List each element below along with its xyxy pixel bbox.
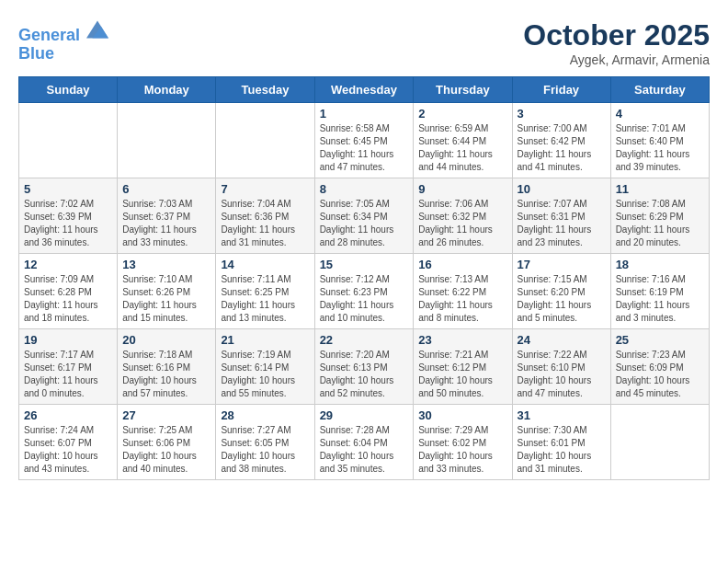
- day-number: 19: [24, 333, 112, 347]
- calendar-cell: 25Sunrise: 7:23 AM Sunset: 6:09 PM Dayli…: [610, 329, 709, 405]
- location-subtitle: Aygek, Armavir, Armenia: [523, 52, 710, 67]
- day-info: Sunrise: 7:21 AM Sunset: 6:12 PM Dayligh…: [418, 349, 506, 400]
- day-number: 27: [122, 408, 210, 422]
- calendar-cell: 30Sunrise: 7:29 AM Sunset: 6:02 PM Dayli…: [414, 405, 512, 480]
- day-info: Sunrise: 7:11 AM Sunset: 6:25 PM Dayligh…: [221, 273, 309, 325]
- day-number: 1: [320, 107, 409, 121]
- day-info: Sunrise: 7:24 AM Sunset: 6:07 PM Dayligh…: [24, 424, 112, 476]
- day-info: Sunrise: 7:23 AM Sunset: 6:09 PM Dayligh…: [616, 349, 704, 400]
- day-info: Sunrise: 7:30 AM Sunset: 6:01 PM Dayligh…: [518, 424, 606, 476]
- calendar-table: SundayMondayTuesdayWednesdayThursdayFrid…: [18, 76, 710, 480]
- calendar-cell: 5Sunrise: 7:02 AM Sunset: 6:39 PM Daylig…: [19, 178, 118, 254]
- day-info: Sunrise: 7:04 AM Sunset: 6:36 PM Dayligh…: [221, 198, 309, 249]
- day-info: Sunrise: 7:20 AM Sunset: 6:13 PM Dayligh…: [320, 349, 409, 400]
- day-number: 7: [221, 182, 309, 196]
- calendar-cell: 22Sunrise: 7:20 AM Sunset: 6:13 PM Dayli…: [314, 329, 414, 405]
- calendar-cell: 3Sunrise: 7:00 AM Sunset: 6:42 PM Daylig…: [512, 103, 610, 178]
- calendar-cell: [216, 103, 314, 178]
- calendar-cell: 31Sunrise: 7:30 AM Sunset: 6:01 PM Dayli…: [512, 405, 610, 480]
- day-number: 26: [24, 408, 112, 422]
- week-row-4: 19Sunrise: 7:17 AM Sunset: 6:17 PM Dayli…: [19, 329, 710, 405]
- day-info: Sunrise: 7:29 AM Sunset: 6:02 PM Dayligh…: [418, 424, 506, 476]
- logo-text: General Blue: [18, 18, 108, 63]
- day-info: Sunrise: 7:05 AM Sunset: 6:34 PM Dayligh…: [320, 198, 409, 249]
- calendar-cell: 8Sunrise: 7:05 AM Sunset: 6:34 PM Daylig…: [314, 178, 414, 254]
- day-number: 28: [221, 408, 309, 422]
- day-number: 23: [418, 333, 506, 347]
- day-number: 24: [518, 333, 606, 347]
- page-header: General Blue October 2025 Aygek, Armavir…: [18, 18, 710, 67]
- day-number: 29: [320, 408, 409, 422]
- logo: General Blue: [18, 18, 108, 63]
- day-header-sunday: Sunday: [19, 77, 118, 103]
- week-row-5: 26Sunrise: 7:24 AM Sunset: 6:07 PM Dayli…: [19, 405, 710, 480]
- calendar-cell: 21Sunrise: 7:19 AM Sunset: 6:14 PM Dayli…: [216, 329, 314, 405]
- calendar-cell: 29Sunrise: 7:28 AM Sunset: 6:04 PM Dayli…: [314, 405, 414, 480]
- day-number: 9: [418, 182, 506, 196]
- day-info: Sunrise: 7:12 AM Sunset: 6:23 PM Dayligh…: [320, 273, 409, 325]
- calendar-cell: 28Sunrise: 7:27 AM Sunset: 6:05 PM Dayli…: [216, 405, 314, 480]
- day-number: 21: [221, 333, 309, 347]
- logo-icon: [86, 18, 108, 40]
- day-info: Sunrise: 7:19 AM Sunset: 6:14 PM Dayligh…: [221, 349, 309, 400]
- day-number: 25: [616, 333, 704, 347]
- day-info: Sunrise: 7:27 AM Sunset: 6:05 PM Dayligh…: [221, 424, 309, 476]
- week-row-2: 5Sunrise: 7:02 AM Sunset: 6:39 PM Daylig…: [19, 178, 710, 254]
- calendar-cell: 20Sunrise: 7:18 AM Sunset: 6:16 PM Dayli…: [118, 329, 216, 405]
- week-row-3: 12Sunrise: 7:09 AM Sunset: 6:28 PM Dayli…: [19, 254, 710, 329]
- week-row-1: 1Sunrise: 6:58 AM Sunset: 6:45 PM Daylig…: [19, 103, 710, 178]
- day-number: 4: [616, 107, 704, 121]
- day-header-saturday: Saturday: [610, 77, 709, 103]
- day-number: 10: [518, 182, 606, 196]
- day-info: Sunrise: 6:58 AM Sunset: 6:45 PM Dayligh…: [320, 122, 409, 174]
- day-number: 30: [418, 408, 506, 422]
- day-number: 22: [320, 333, 409, 347]
- day-number: 20: [122, 333, 210, 347]
- day-info: Sunrise: 7:08 AM Sunset: 6:29 PM Dayligh…: [616, 198, 704, 249]
- day-info: Sunrise: 7:02 AM Sunset: 6:39 PM Dayligh…: [24, 198, 112, 249]
- day-number: 11: [616, 182, 704, 196]
- day-info: Sunrise: 7:07 AM Sunset: 6:31 PM Dayligh…: [518, 198, 606, 249]
- day-number: 8: [320, 182, 409, 196]
- day-number: 17: [518, 258, 606, 271]
- day-info: Sunrise: 7:18 AM Sunset: 6:16 PM Dayligh…: [122, 349, 210, 400]
- calendar-cell: [118, 103, 216, 178]
- day-info: Sunrise: 6:59 AM Sunset: 6:44 PM Dayligh…: [418, 122, 506, 174]
- day-number: 2: [418, 107, 506, 121]
- calendar-cell: 10Sunrise: 7:07 AM Sunset: 6:31 PM Dayli…: [512, 178, 610, 254]
- calendar-cell: 27Sunrise: 7:25 AM Sunset: 6:06 PM Dayli…: [118, 405, 216, 480]
- calendar-cell: 14Sunrise: 7:11 AM Sunset: 6:25 PM Dayli…: [216, 254, 314, 329]
- day-info: Sunrise: 7:01 AM Sunset: 6:40 PM Dayligh…: [616, 122, 704, 174]
- calendar-cell: 9Sunrise: 7:06 AM Sunset: 6:32 PM Daylig…: [414, 178, 512, 254]
- day-number: 14: [221, 258, 309, 271]
- calendar-cell: 12Sunrise: 7:09 AM Sunset: 6:28 PM Dayli…: [19, 254, 118, 329]
- calendar-cell: 15Sunrise: 7:12 AM Sunset: 6:23 PM Dayli…: [314, 254, 414, 329]
- day-info: Sunrise: 7:15 AM Sunset: 6:20 PM Dayligh…: [518, 273, 606, 325]
- day-number: 16: [418, 258, 506, 271]
- day-number: 15: [320, 258, 409, 271]
- calendar-cell: [610, 405, 709, 480]
- calendar-cell: 23Sunrise: 7:21 AM Sunset: 6:12 PM Dayli…: [414, 329, 512, 405]
- calendar-cell: 16Sunrise: 7:13 AM Sunset: 6:22 PM Dayli…: [414, 254, 512, 329]
- day-info: Sunrise: 7:25 AM Sunset: 6:06 PM Dayligh…: [122, 424, 210, 476]
- day-info: Sunrise: 7:06 AM Sunset: 6:32 PM Dayligh…: [418, 198, 506, 249]
- calendar-cell: 17Sunrise: 7:15 AM Sunset: 6:20 PM Dayli…: [512, 254, 610, 329]
- day-info: Sunrise: 7:03 AM Sunset: 6:37 PM Dayligh…: [122, 198, 210, 249]
- day-header-tuesday: Tuesday: [216, 77, 314, 103]
- month-title: October 2025: [523, 18, 710, 52]
- calendar-cell: 18Sunrise: 7:16 AM Sunset: 6:19 PM Dayli…: [610, 254, 709, 329]
- day-number: 13: [122, 258, 210, 271]
- day-info: Sunrise: 7:28 AM Sunset: 6:04 PM Dayligh…: [320, 424, 409, 476]
- day-number: 5: [24, 182, 112, 196]
- day-info: Sunrise: 7:16 AM Sunset: 6:19 PM Dayligh…: [616, 273, 704, 325]
- day-number: 3: [518, 107, 606, 121]
- calendar-cell: 7Sunrise: 7:04 AM Sunset: 6:36 PM Daylig…: [216, 178, 314, 254]
- day-header-wednesday: Wednesday: [314, 77, 414, 103]
- day-info: Sunrise: 7:00 AM Sunset: 6:42 PM Dayligh…: [518, 122, 606, 174]
- day-header-thursday: Thursday: [414, 77, 512, 103]
- calendar-cell: 26Sunrise: 7:24 AM Sunset: 6:07 PM Dayli…: [19, 405, 118, 480]
- logo-blue: Blue: [18, 44, 54, 63]
- header-row: SundayMondayTuesdayWednesdayThursdayFrid…: [19, 77, 710, 103]
- day-info: Sunrise: 7:13 AM Sunset: 6:22 PM Dayligh…: [418, 273, 506, 325]
- day-info: Sunrise: 7:09 AM Sunset: 6:28 PM Dayligh…: [24, 273, 112, 325]
